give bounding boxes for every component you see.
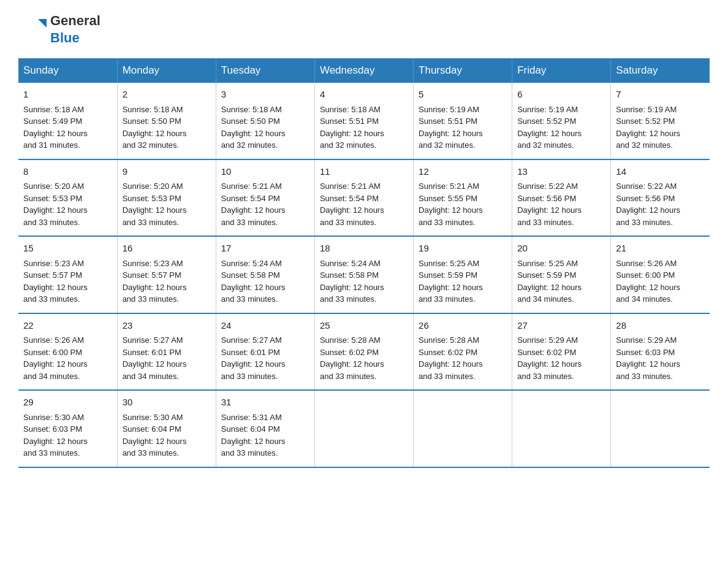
calendar-cell: 9Sunrise: 5:20 AMSunset: 5:53 PMDaylight…: [117, 159, 216, 237]
day-info: Sunrise: 5:23 AMSunset: 5:57 PMDaylight:…: [123, 259, 187, 304]
calendar-cell: 11Sunrise: 5:21 AMSunset: 5:54 PMDayligh…: [314, 159, 413, 237]
day-number: 1: [23, 88, 112, 102]
day-info: Sunrise: 5:18 AMSunset: 5:51 PMDaylight:…: [320, 105, 384, 150]
day-number: 4: [320, 88, 408, 102]
logo-line1: General: [50, 12, 100, 29]
page-header: General Blue: [18, 12, 710, 46]
day-info: Sunrise: 5:21 AMSunset: 5:54 PMDaylight:…: [221, 182, 286, 227]
calendar-cell: 19Sunrise: 5:25 AMSunset: 5:59 PMDayligh…: [414, 236, 512, 313]
header-monday: Monday: [117, 58, 216, 83]
day-number: 29: [23, 396, 112, 410]
day-number: 7: [616, 88, 705, 102]
day-info: Sunrise: 5:30 AMSunset: 6:04 PMDaylight:…: [123, 413, 187, 458]
calendar-header-row: SundayMondayTuesdayWednesdayThursdayFrid…: [18, 58, 710, 83]
day-number: 20: [517, 242, 605, 256]
logo-line2: Blue: [50, 29, 100, 47]
calendar-cell: 20Sunrise: 5:25 AMSunset: 5:59 PMDayligh…: [512, 236, 611, 313]
calendar-cell: 14Sunrise: 5:22 AMSunset: 5:56 PMDayligh…: [611, 159, 710, 237]
calendar-cell: 24Sunrise: 5:27 AMSunset: 6:01 PMDayligh…: [216, 313, 314, 391]
day-info: Sunrise: 5:20 AMSunset: 5:53 PMDaylight:…: [123, 182, 187, 227]
day-info: Sunrise: 5:25 AMSunset: 5:59 PMDaylight:…: [419, 259, 483, 304]
day-number: 31: [221, 396, 309, 410]
day-info: Sunrise: 5:23 AMSunset: 5:57 PMDaylight:…: [23, 259, 88, 304]
day-number: 25: [320, 319, 408, 333]
calendar-cell: 17Sunrise: 5:24 AMSunset: 5:58 PMDayligh…: [216, 236, 314, 313]
calendar-week-4: 22Sunrise: 5:26 AMSunset: 6:00 PMDayligh…: [18, 313, 710, 391]
calendar-cell: 10Sunrise: 5:21 AMSunset: 5:54 PMDayligh…: [216, 159, 314, 237]
calendar-cell: 21Sunrise: 5:26 AMSunset: 6:00 PMDayligh…: [611, 236, 710, 313]
day-info: Sunrise: 5:27 AMSunset: 6:01 PMDaylight:…: [221, 335, 286, 381]
calendar-cell: 22Sunrise: 5:26 AMSunset: 6:00 PMDayligh…: [18, 313, 117, 391]
calendar-cell: 25Sunrise: 5:28 AMSunset: 6:02 PMDayligh…: [314, 313, 413, 391]
day-number: 28: [616, 319, 705, 333]
day-info: Sunrise: 5:22 AMSunset: 5:56 PMDaylight:…: [616, 182, 680, 227]
day-number: 16: [123, 242, 211, 256]
header-thursday: Thursday: [414, 58, 512, 83]
calendar-cell: 16Sunrise: 5:23 AMSunset: 5:57 PMDayligh…: [117, 236, 216, 313]
day-number: 9: [123, 165, 211, 179]
day-number: 13: [517, 165, 605, 179]
calendar-cell: 2Sunrise: 5:18 AMSunset: 5:50 PMDaylight…: [117, 83, 216, 159]
calendar-cell: [314, 390, 413, 467]
header-friday: Friday: [512, 58, 611, 83]
calendar-cell: 5Sunrise: 5:19 AMSunset: 5:51 PMDaylight…: [414, 83, 512, 159]
calendar-cell: [512, 390, 611, 467]
day-info: Sunrise: 5:18 AMSunset: 5:49 PMDaylight:…: [23, 105, 88, 150]
day-info: Sunrise: 5:28 AMSunset: 6:02 PMDaylight:…: [320, 335, 384, 381]
logo: General Blue: [18, 12, 100, 46]
day-info: Sunrise: 5:19 AMSunset: 5:51 PMDaylight:…: [419, 105, 483, 150]
calendar-cell: [414, 390, 512, 467]
day-number: 3: [221, 88, 309, 102]
day-number: 11: [320, 165, 408, 179]
day-info: Sunrise: 5:28 AMSunset: 6:02 PMDaylight:…: [419, 335, 483, 381]
day-number: 8: [23, 165, 112, 179]
calendar-cell: 31Sunrise: 5:31 AMSunset: 6:04 PMDayligh…: [216, 390, 314, 467]
day-info: Sunrise: 5:18 AMSunset: 5:50 PMDaylight:…: [221, 105, 286, 150]
day-number: 24: [221, 319, 309, 333]
day-number: 5: [419, 88, 507, 102]
calendar-cell: 4Sunrise: 5:18 AMSunset: 5:51 PMDaylight…: [314, 83, 413, 159]
day-number: 18: [320, 242, 408, 256]
calendar-cell: 26Sunrise: 5:28 AMSunset: 6:02 PMDayligh…: [414, 313, 512, 391]
day-number: 27: [517, 319, 605, 333]
header-wednesday: Wednesday: [314, 58, 413, 83]
calendar-cell: 15Sunrise: 5:23 AMSunset: 5:57 PMDayligh…: [18, 236, 117, 313]
logo-graphic: [18, 14, 49, 45]
day-info: Sunrise: 5:27 AMSunset: 6:01 PMDaylight:…: [123, 335, 187, 381]
calendar-cell: 6Sunrise: 5:19 AMSunset: 5:52 PMDaylight…: [512, 83, 611, 159]
day-info: Sunrise: 5:24 AMSunset: 5:58 PMDaylight:…: [221, 259, 286, 304]
day-info: Sunrise: 5:29 AMSunset: 6:02 PMDaylight:…: [517, 335, 582, 381]
calendar-cell: 18Sunrise: 5:24 AMSunset: 5:58 PMDayligh…: [314, 236, 413, 313]
calendar-week-3: 15Sunrise: 5:23 AMSunset: 5:57 PMDayligh…: [18, 236, 710, 313]
calendar-cell: 7Sunrise: 5:19 AMSunset: 5:52 PMDaylight…: [611, 83, 710, 159]
day-number: 23: [123, 319, 211, 333]
calendar-cell: 8Sunrise: 5:20 AMSunset: 5:53 PMDaylight…: [18, 159, 117, 237]
day-info: Sunrise: 5:20 AMSunset: 5:53 PMDaylight:…: [23, 182, 88, 227]
calendar-cell: [611, 390, 710, 467]
header-tuesday: Tuesday: [216, 58, 314, 83]
logo-container: General Blue: [18, 12, 100, 46]
day-number: 6: [517, 88, 605, 102]
day-info: Sunrise: 5:29 AMSunset: 6:03 PMDaylight:…: [616, 335, 680, 381]
day-number: 30: [123, 396, 211, 410]
day-info: Sunrise: 5:26 AMSunset: 6:00 PMDaylight:…: [616, 259, 680, 304]
day-info: Sunrise: 5:31 AMSunset: 6:04 PMDaylight:…: [221, 413, 286, 458]
logo-text: General Blue: [50, 12, 100, 46]
day-number: 12: [419, 165, 507, 179]
day-info: Sunrise: 5:26 AMSunset: 6:00 PMDaylight:…: [23, 335, 88, 381]
calendar-week-5: 29Sunrise: 5:30 AMSunset: 6:03 PMDayligh…: [18, 390, 710, 467]
calendar-week-2: 8Sunrise: 5:20 AMSunset: 5:53 PMDaylight…: [18, 159, 710, 237]
calendar-week-1: 1Sunrise: 5:18 AMSunset: 5:49 PMDaylight…: [18, 83, 710, 159]
day-info: Sunrise: 5:30 AMSunset: 6:03 PMDaylight:…: [23, 413, 88, 458]
calendar-cell: 29Sunrise: 5:30 AMSunset: 6:03 PMDayligh…: [18, 390, 117, 467]
calendar-cell: 28Sunrise: 5:29 AMSunset: 6:03 PMDayligh…: [611, 313, 710, 391]
day-number: 26: [419, 319, 507, 333]
svg-rect-0: [18, 14, 49, 45]
day-number: 17: [221, 242, 309, 256]
day-info: Sunrise: 5:25 AMSunset: 5:59 PMDaylight:…: [517, 259, 582, 304]
day-number: 22: [23, 319, 112, 333]
day-number: 10: [221, 165, 309, 179]
day-number: 15: [23, 242, 112, 256]
day-info: Sunrise: 5:22 AMSunset: 5:56 PMDaylight:…: [517, 182, 582, 227]
day-number: 21: [616, 242, 705, 256]
